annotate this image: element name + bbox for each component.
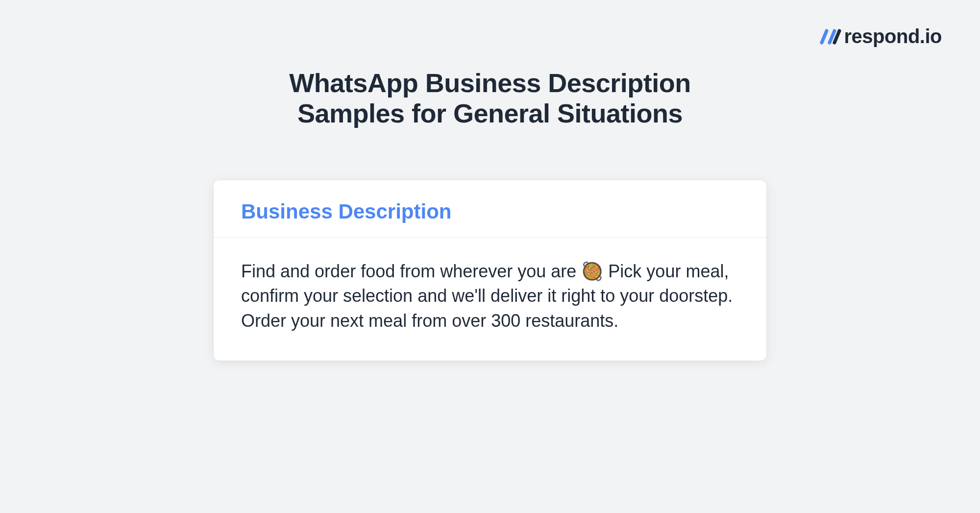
brand-logo: respond.io — [820, 25, 942, 48]
card-header: Business Description — [214, 180, 766, 238]
page-title: WhatsApp Business Description Samples fo… — [245, 68, 735, 128]
logo-text: respond.io — [844, 25, 942, 48]
description-text: Find and order food from wherever you ar… — [241, 259, 739, 333]
description-card: Business Description Find and order food… — [214, 180, 766, 361]
card-title: Business Description — [241, 200, 739, 223]
logo-slash-icon — [820, 29, 841, 45]
card-body: Find and order food from wherever you ar… — [214, 238, 766, 361]
